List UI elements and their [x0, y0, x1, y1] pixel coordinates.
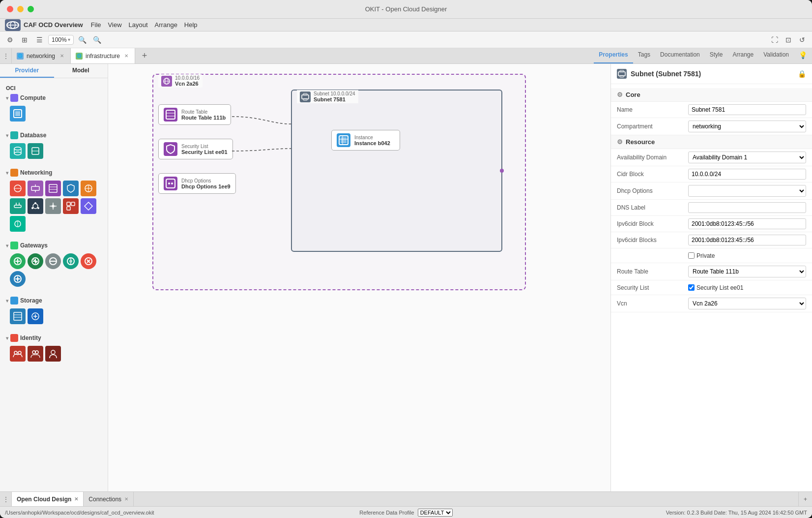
svg-rect-72 [303, 93, 307, 95]
bottom-tab-design[interactable]: Open Cloud Design ✕ [12, 492, 84, 506]
sidebar-item-gateway3[interactable] [45, 253, 61, 269]
sidebar-item-gateway2[interactable] [28, 253, 43, 269]
sidebar-item-securitylist[interactable] [63, 181, 79, 196]
sidebar-item-user[interactable] [45, 346, 61, 362]
panel-tab-arrange[interactable]: Arrange [727, 48, 758, 63]
sidebar-tab-provider[interactable]: Provider [0, 64, 54, 78]
section-identity-header[interactable]: ▾ Identity [2, 332, 106, 344]
ipv6cidr-blocks-input[interactable] [688, 235, 806, 245]
menu-file[interactable]: File [91, 21, 101, 29]
prop-vcn-value: Vcn 2a26 [688, 298, 806, 309]
sidebar-item-net5[interactable] [81, 181, 96, 196]
tab-infrastructure-close[interactable]: ✕ [123, 53, 130, 60]
bottom-sidebar-toggle[interactable]: ⋮ [0, 492, 12, 506]
ipv6cidr-block-input[interactable] [688, 218, 806, 229]
sidebar-item-net8[interactable] [45, 198, 61, 214]
panel-tab-validation[interactable]: Validation [758, 48, 794, 63]
bottom-tab-connections-close[interactable]: ✕ [124, 496, 128, 502]
sidebar-item-net6[interactable] [10, 198, 26, 214]
sidebar-item-db1[interactable] [10, 143, 26, 159]
section-gateways-header[interactable]: ▾ Gateways [2, 240, 106, 251]
sidebar-item-vcn[interactable] [10, 181, 26, 196]
section-networking-header[interactable]: ▾ Networking [2, 167, 106, 179]
sidebar-item-users[interactable] [28, 346, 43, 362]
svg-rect-68 [166, 179, 175, 188]
panel-tab-tags[interactable]: Tags [633, 48, 655, 63]
sidebar-item-db2[interactable] [28, 143, 43, 159]
sidebar-item-net7[interactable] [28, 198, 43, 214]
profile-select[interactable]: DEFAULT [418, 509, 453, 517]
sidebar-item-gateway1[interactable] [10, 253, 26, 269]
statusbar: /Users/anhopki/Workspace/ocd/designs/caf… [0, 506, 812, 518]
menu-view[interactable]: View [108, 21, 122, 29]
compartment-select[interactable]: networking [688, 121, 806, 132]
maximize-button[interactable] [28, 6, 34, 12]
tab-add-button[interactable]: + [137, 48, 152, 63]
sidebar-toggle-icon[interactable]: ⋮ [0, 48, 12, 63]
dhcp-options-select[interactable] [688, 185, 806, 197]
sidebar-item-gateway5[interactable] [81, 253, 96, 269]
dns-label-input[interactable] [688, 202, 806, 213]
sidebar-item-routetable[interactable] [45, 181, 61, 196]
security-list-checkbox[interactable] [688, 284, 695, 291]
tab-networking-close[interactable]: ✕ [58, 53, 65, 60]
export-button[interactable]: ⊡ [783, 34, 794, 46]
layers-button[interactable]: ☰ [33, 34, 45, 46]
sidebar-item-net10[interactable] [81, 198, 96, 214]
grid-button[interactable]: ⊞ [19, 34, 30, 46]
route-table-select[interactable]: Route Table 111b [688, 266, 806, 277]
zoom-control[interactable]: 100% ▾ [48, 35, 74, 45]
bottom-tab-connections[interactable]: Connections ✕ [84, 492, 134, 506]
vcn-container[interactable]: 10.0.0.0/16 Vcn 2a26 Route Table Rou [152, 74, 526, 290]
sidebar-item-gateway6[interactable] [10, 271, 26, 287]
panel-tab-properties[interactable]: Properties [594, 48, 633, 63]
name-input[interactable] [688, 104, 806, 115]
menu-arrange[interactable]: Arrange [155, 21, 177, 29]
compute-items [2, 104, 106, 125]
lock-icon[interactable]: 🔒 [798, 70, 806, 78]
panel-tab-bulb[interactable]: 💡 [794, 48, 812, 63]
vcn-label-text: 10.0.0.0/16 Vcn 2a26 [175, 75, 200, 87]
vcn-select[interactable]: Vcn 2a26 [688, 298, 806, 309]
section-database-header[interactable]: ▾ Database [2, 129, 106, 141]
bottom-tab-design-close[interactable]: ✕ [74, 496, 78, 502]
close-button[interactable] [7, 6, 13, 12]
refresh-button[interactable]: ↺ [796, 34, 808, 46]
section-compute-header[interactable]: ▾ Compute [2, 92, 106, 104]
panel-tabs-container: Properties Tags Documentation Style Arra… [594, 48, 812, 63]
subnet-container[interactable]: Subnet 10.0.0.0/24 Subnet 7581 Instance [291, 90, 502, 252]
instance-component[interactable]: Instance Instance b042 [331, 130, 400, 151]
minimize-button[interactable] [17, 6, 24, 12]
sidebar-item-group[interactable] [10, 346, 26, 362]
security-list-component[interactable]: Security List Security List ee01 [158, 139, 233, 159]
tab-networking[interactable]: 🌐 networking ✕ [12, 48, 71, 63]
canvas-area[interactable]: 10.0.0.0/16 Vcn 2a26 Route Table Rou [108, 64, 610, 491]
availability-domain-select[interactable]: Availability Domain 1 [688, 152, 806, 163]
prop-compartment-value: networking [688, 121, 806, 132]
panel-tab-documentation[interactable]: Documentation [655, 48, 705, 63]
zoom-out-button[interactable]: 🔍 [91, 34, 103, 46]
fullscreen-button[interactable]: ⛶ [769, 34, 781, 46]
sidebar-item-gateway4[interactable] [63, 253, 79, 269]
sidebar-item-storage2[interactable] [28, 308, 43, 324]
zoom-in-button[interactable]: 🔍 [77, 34, 88, 46]
canvas-content: 10.0.0.0/16 Vcn 2a26 Route Table Rou [133, 69, 575, 315]
settings-button[interactable]: ⚙ [4, 34, 16, 46]
cidr-block-input[interactable] [688, 169, 806, 180]
sidebar-item-instance[interactable] [10, 106, 26, 122]
sidebar-item-subnet[interactable] [28, 181, 43, 196]
dhcp-options-component[interactable]: Dhcp Options Dhcp Options 1ee9 [158, 173, 236, 194]
sidebar-tab-model[interactable]: Model [54, 64, 108, 78]
sidebar-item-net9[interactable] [63, 198, 79, 214]
private-checkbox[interactable] [688, 252, 695, 259]
section-storage-header[interactable]: ▾ Storage [2, 295, 106, 306]
route-table-component[interactable]: Route Table Route Table 111b [158, 104, 231, 125]
tab-infrastructure[interactable]: 🌐 infrastructure ✕ [71, 48, 135, 63]
panel-tab-style[interactable]: Style [705, 48, 728, 63]
sidebar-item-net11[interactable] [10, 216, 26, 232]
bottom-tab-add-button[interactable]: + [798, 492, 812, 506]
sidebar-item-storage1[interactable] [10, 308, 26, 324]
menu-help[interactable]: Help [184, 21, 198, 29]
menu-layout[interactable]: Layout [129, 21, 148, 29]
svg-point-5 [14, 147, 21, 150]
